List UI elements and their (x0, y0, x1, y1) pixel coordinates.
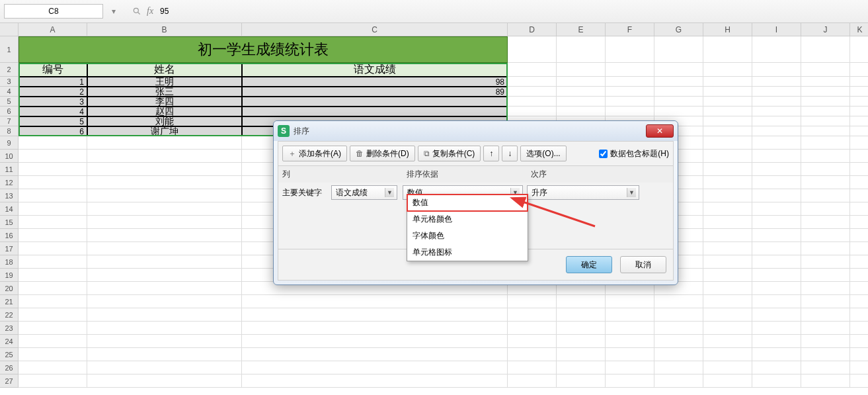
cell[interactable] (19, 282, 87, 295)
cell[interactable] (508, 63, 557, 77)
row-header[interactable]: 16 (0, 229, 19, 242)
cell[interactable] (87, 348, 242, 361)
cell[interactable] (850, 308, 868, 322)
cell[interactable] (654, 295, 703, 308)
cell[interactable] (801, 282, 850, 295)
cell[interactable] (752, 189, 801, 202)
cell[interactable] (242, 374, 508, 388)
cell[interactable] (606, 322, 654, 335)
cell[interactable] (752, 163, 801, 176)
cell[interactable] (19, 202, 87, 216)
cell[interactable] (703, 189, 752, 202)
cell[interactable] (606, 77, 654, 87)
row-header[interactable]: 23 (0, 322, 19, 335)
cell[interactable] (801, 150, 850, 163)
cell[interactable] (850, 295, 868, 308)
cell[interactable] (850, 269, 868, 282)
cell[interactable] (19, 163, 87, 176)
column-header-D[interactable]: D (508, 23, 557, 36)
sort-column-select[interactable]: 语文成绩 ▼ (331, 185, 397, 200)
header-cell[interactable]: 姓名 (87, 63, 242, 77)
cell[interactable] (752, 87, 801, 97)
cell[interactable] (752, 295, 801, 308)
cell[interactable] (703, 335, 752, 348)
row-header[interactable]: 1 (0, 36, 19, 63)
data-cell[interactable]: 98 (242, 77, 508, 87)
cell[interactable] (850, 63, 868, 77)
cell[interactable] (752, 107, 801, 116)
cell[interactable] (654, 77, 703, 87)
column-header-C[interactable]: C (242, 23, 508, 36)
cell[interactable] (242, 335, 508, 348)
cell[interactable] (801, 255, 850, 269)
data-cell[interactable]: 刘能 (87, 116, 242, 126)
cell[interactable] (703, 202, 752, 216)
cell[interactable] (19, 308, 87, 322)
data-cell[interactable]: 4 (19, 107, 87, 116)
cell[interactable] (850, 97, 868, 107)
cell[interactable] (703, 77, 752, 87)
row-header[interactable]: 5 (0, 97, 19, 107)
cell[interactable] (87, 163, 242, 176)
cell[interactable] (703, 295, 752, 308)
cell[interactable] (87, 242, 242, 255)
data-cell[interactable]: 3 (19, 97, 87, 107)
cell[interactable] (703, 348, 752, 361)
cell[interactable] (19, 189, 87, 202)
formula-input[interactable] (157, 4, 818, 19)
cancel-button[interactable]: 取消 (620, 256, 666, 273)
cell[interactable] (87, 308, 242, 322)
cell[interactable] (654, 36, 703, 63)
cell[interactable] (19, 242, 87, 255)
cell[interactable] (752, 202, 801, 216)
cell[interactable] (801, 374, 850, 388)
data-cell[interactable] (242, 97, 508, 107)
column-header-G[interactable]: G (654, 23, 703, 36)
cell[interactable] (654, 322, 703, 335)
cell[interactable] (752, 63, 801, 77)
data-cell[interactable]: 6 (19, 126, 87, 136)
cell[interactable] (801, 107, 850, 116)
cell[interactable] (752, 216, 801, 229)
cell[interactable] (557, 63, 606, 77)
row-header[interactable]: 7 (0, 116, 19, 126)
data-cell[interactable]: 1 (19, 77, 87, 87)
cell[interactable] (801, 348, 850, 361)
column-header-K[interactable]: K (850, 23, 868, 36)
cell[interactable] (557, 295, 606, 308)
cell[interactable] (508, 348, 557, 361)
cell[interactable] (654, 308, 703, 322)
cell[interactable] (850, 150, 868, 163)
cell[interactable] (801, 229, 850, 242)
column-header-B[interactable]: B (87, 23, 242, 36)
cell[interactable] (752, 229, 801, 242)
cell[interactable] (508, 77, 557, 87)
dropdown-item[interactable]: 单元格图标 (407, 244, 528, 261)
cell[interactable] (850, 335, 868, 348)
cell[interactable] (87, 216, 242, 229)
cell[interactable] (557, 107, 606, 116)
cell-reference-dropdown-icon[interactable]: ▾ (108, 7, 119, 16)
cell[interactable] (850, 126, 868, 136)
column-header-J[interactable]: J (801, 23, 850, 36)
cell[interactable] (850, 136, 868, 150)
row-header[interactable]: 6 (0, 107, 19, 116)
header-cell[interactable]: 语文成绩 (242, 63, 508, 77)
cell[interactable] (703, 116, 752, 126)
cell[interactable] (242, 361, 508, 374)
cell[interactable] (19, 136, 87, 150)
row-header[interactable]: 19 (0, 269, 19, 282)
cell[interactable] (752, 322, 801, 335)
cell[interactable] (557, 77, 606, 87)
cell[interactable] (752, 126, 801, 136)
cell[interactable] (801, 136, 850, 150)
dropdown-item[interactable]: 单元格颜色 (407, 211, 528, 228)
column-header-F[interactable]: F (606, 23, 654, 36)
options-button[interactable]: 选项(O)... (520, 146, 566, 161)
cell[interactable] (87, 374, 242, 388)
cell[interactable] (606, 63, 654, 77)
cell[interactable] (752, 150, 801, 163)
cell[interactable] (606, 308, 654, 322)
cell[interactable] (87, 202, 242, 216)
cell[interactable] (87, 229, 242, 242)
